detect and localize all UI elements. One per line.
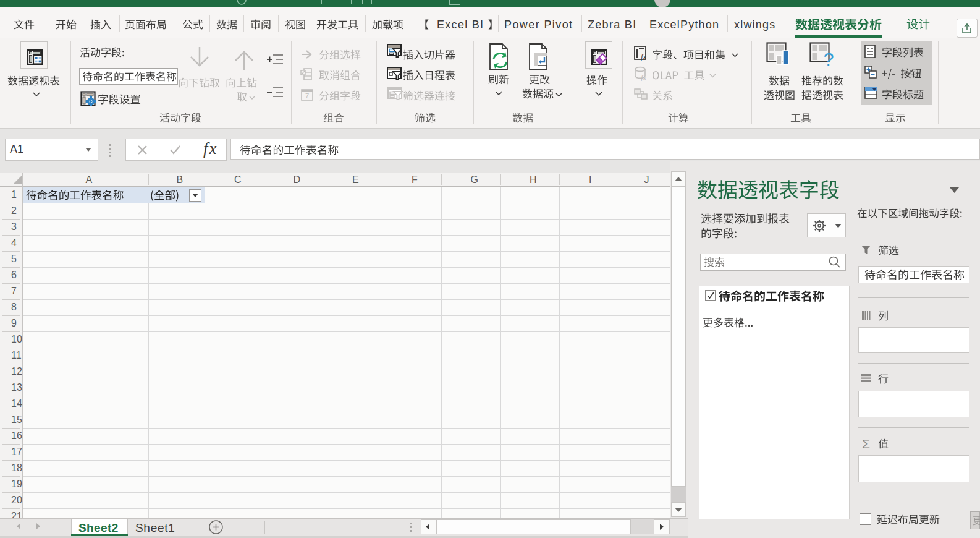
svg-text:fx: fx — [641, 73, 647, 81]
svg-text:7: 7 — [305, 92, 309, 100]
svg-text:?: ? — [824, 49, 834, 69]
svg-text:fx: fx — [641, 52, 647, 61]
